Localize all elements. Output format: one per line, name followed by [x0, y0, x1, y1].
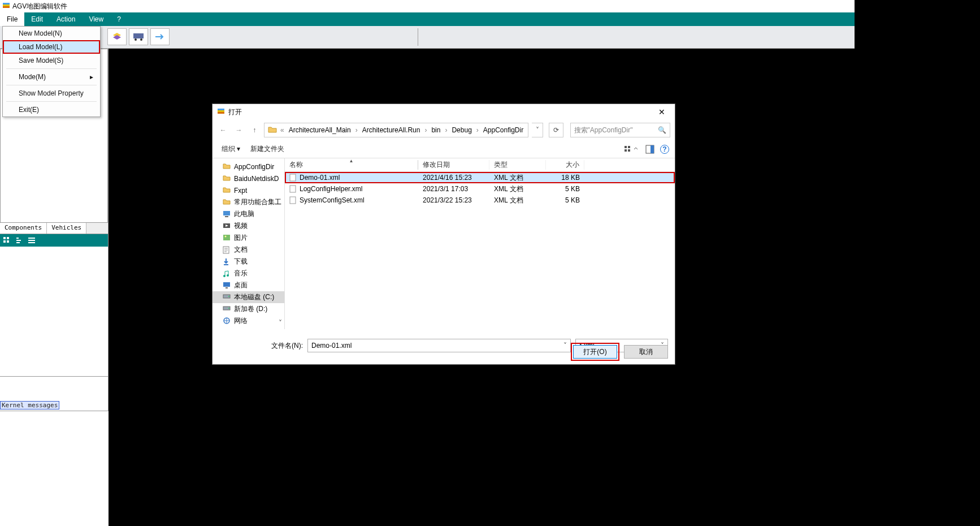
menu-save-model[interactable]: Save Model(S): [3, 54, 100, 67]
organize-button[interactable]: 组织 ▾: [218, 143, 244, 155]
tree-node[interactable]: 文档: [213, 244, 284, 256]
menu-edit[interactable]: Edit: [24, 12, 50, 26]
tab-vehicles[interactable]: Vehicles: [47, 223, 86, 234]
breadcrumb-dropdown[interactable]: ˅: [532, 123, 543, 137]
kernel-messages-label[interactable]: Kernel messages: [0, 401, 59, 409]
toolbar-btn-2[interactable]: [129, 28, 148, 45]
app-title: AGV地图编辑软件: [12, 2, 67, 11]
svg-rect-20: [625, 149, 627, 152]
tree-node[interactable]: 图片: [213, 232, 284, 244]
nav-up-button[interactable]: ↑: [248, 124, 261, 136]
menu-help[interactable]: ?: [110, 12, 128, 26]
tree-node[interactable]: BaiduNetdiskD: [213, 173, 284, 184]
file-icon: [289, 196, 296, 204]
crumb-3[interactable]: Debug: [450, 126, 472, 134]
tree-node[interactable]: Fxpt: [213, 184, 284, 196]
open-button[interactable]: 打开(O): [573, 345, 617, 359]
file-row[interactable]: SystemConfigSet.xml2021/3/22 15:23XML 文档…: [285, 195, 675, 206]
help-button[interactable]: ?: [660, 145, 669, 154]
dialog-close-button[interactable]: ✕: [653, 107, 670, 117]
kernel-messages-panel: [0, 411, 109, 526]
col-type[interactable]: 类型: [489, 160, 546, 170]
new-folder-button[interactable]: 新建文件夹: [247, 143, 288, 155]
svg-point-6: [135, 38, 137, 41]
col-name[interactable]: ▲名称: [285, 160, 418, 170]
menu-file[interactable]: File: [0, 12, 24, 26]
crumb-0[interactable]: ArchitectureAll_Main: [288, 126, 352, 134]
dialog-tree[interactable]: AppConfigDirBaiduNetdiskDFxpt常用功能合集工此电脑视…: [213, 158, 285, 329]
crumb-1[interactable]: ArchitectureAll.Run: [361, 126, 422, 134]
dialog-nav: ← → ↑ « ArchitectureAll_Main› Architectu…: [213, 120, 675, 140]
menu-action[interactable]: Action: [50, 12, 82, 26]
svg-rect-34: [226, 287, 228, 288]
svg-rect-11: [7, 240, 9, 243]
tree-node[interactable]: 本地磁盘 (C:): [213, 291, 284, 303]
search-input[interactable]: 搜索"AppConfigDir" 🔍: [570, 123, 670, 137]
dialog-title: 打开: [228, 107, 242, 117]
file-icon: [289, 174, 296, 182]
filename-label: 文件名(N):: [271, 341, 303, 351]
left-dock: Components Vehicles Kernel messages: [0, 49, 109, 526]
filename-input[interactable]: Demo-01.xml˅: [307, 339, 571, 352]
svg-rect-41: [290, 186, 296, 192]
menu-exit[interactable]: Exit(E): [3, 103, 100, 117]
menu-view[interactable]: View: [82, 12, 110, 26]
main-titlebar: AGV地图编辑软件: [0, 0, 855, 12]
menu-new-model[interactable]: New Model(N): [3, 27, 100, 40]
menu-load-model[interactable]: Load Model(L): [3, 40, 100, 54]
dialog-icon: [217, 108, 225, 116]
file-row[interactable]: Demo-01.xml2021/4/16 15:23XML 文档18 KB: [285, 172, 675, 183]
menu-mode[interactable]: Mode(M)▸: [3, 70, 100, 84]
grid-icon[interactable]: [2, 236, 11, 245]
net-icon: [223, 317, 231, 325]
tree-node[interactable]: 常用功能合集工: [213, 196, 284, 208]
drive-icon: [223, 305, 231, 313]
menubar: File Edit Action View ?: [0, 12, 855, 26]
tree-node[interactable]: 视频: [213, 220, 284, 232]
nav-fwd-button[interactable]: →: [233, 124, 245, 136]
tree-node[interactable]: 音乐: [213, 268, 284, 279]
svg-rect-17: [218, 109, 224, 110]
tree-node[interactable]: AppConfigDir: [213, 161, 284, 173]
svg-rect-12: [28, 238, 35, 239]
svg-rect-18: [625, 146, 627, 148]
folder-icon: [268, 126, 277, 135]
file-row[interactable]: LogConfigHelper.xml2021/3/1 17:03XML 文档5…: [285, 183, 675, 195]
tab-components[interactable]: Components: [0, 223, 47, 234]
breadcrumb-bar[interactable]: « ArchitectureAll_Main› ArchitectureAll.…: [264, 123, 528, 137]
svg-rect-25: [225, 216, 228, 217]
menu-show-property[interactable]: Show Model Property: [3, 87, 100, 100]
refresh-button[interactable]: ⟳: [549, 123, 563, 137]
tree-node[interactable]: 桌面: [213, 279, 284, 291]
svg-rect-5: [133, 33, 144, 38]
col-size[interactable]: 大小: [546, 160, 584, 170]
svg-rect-33: [223, 282, 230, 287]
chevron-down-icon[interactable]: ˅: [279, 319, 282, 327]
dialog-toolbar: 组织 ▾ 新建文件夹 ?: [213, 140, 675, 158]
crumb-4[interactable]: AppConfigDir: [482, 126, 524, 134]
drive-icon: [223, 294, 231, 301]
col-date[interactable]: 修改日期: [418, 160, 489, 170]
tree-node[interactable]: 下载: [213, 256, 284, 268]
side-panel: [0, 247, 108, 377]
nav-back-button[interactable]: ←: [217, 124, 229, 136]
view-options-button[interactable]: [624, 145, 640, 154]
svg-rect-13: [28, 240, 35, 241]
svg-point-31: [223, 275, 226, 277]
app-icon: [2, 2, 10, 10]
side-tool-row: [0, 234, 108, 247]
svg-rect-2: [3, 3, 10, 5]
cancel-button[interactable]: 取消: [624, 345, 668, 359]
toolbar-btn-3[interactable]: [150, 28, 170, 45]
toolbar-btn-1[interactable]: [107, 28, 127, 45]
video-icon: [223, 222, 231, 230]
tree-icon[interactable]: [15, 236, 24, 245]
svg-rect-8: [3, 237, 6, 239]
tree-node[interactable]: 此电脑: [213, 208, 284, 220]
tree-node[interactable]: 网络: [213, 315, 284, 327]
list-icon[interactable]: [27, 236, 36, 245]
dl-icon: [223, 258, 231, 266]
tree-node[interactable]: 新加卷 (D:): [213, 303, 284, 315]
preview-pane-button[interactable]: [645, 145, 654, 154]
crumb-2[interactable]: bin: [430, 126, 441, 134]
